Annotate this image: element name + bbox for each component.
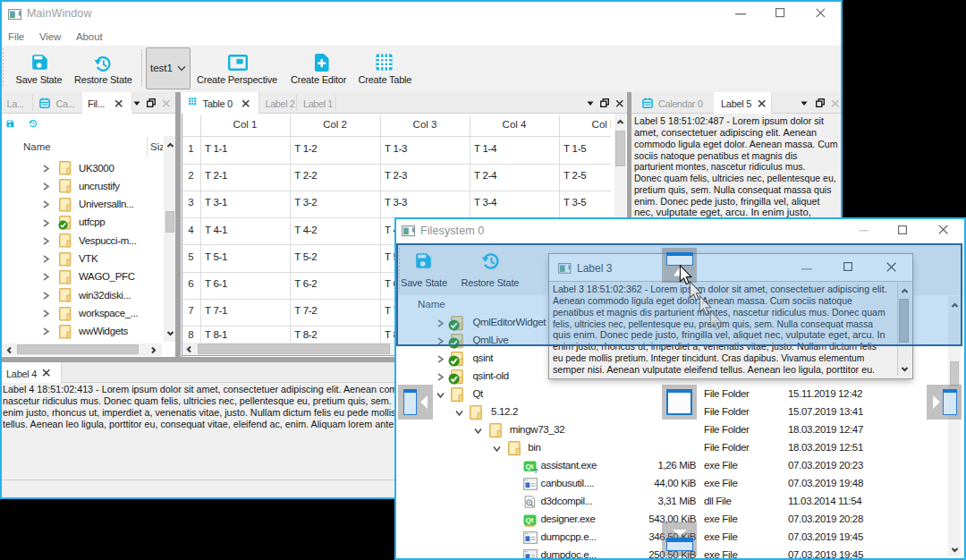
svg-text:Qt: Qt [526,516,534,524]
svg-text:?: ? [534,467,538,473]
svg-text:Qt: Qt [526,462,534,471]
